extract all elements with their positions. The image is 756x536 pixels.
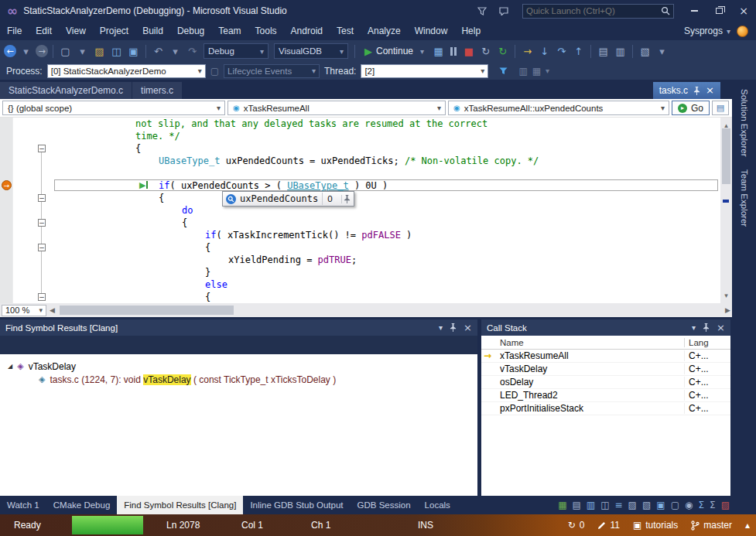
scroll-down-icon[interactable]: ▾ [720,289,732,302]
zoom-dropdown[interactable]: 100 % ▾ [2,305,46,316]
doc-tab-staticstackanalyzerdemo-c[interactable]: StaticStackAnalyzerDemo.c [0,82,132,99]
menu-help[interactable]: Help [454,22,487,40]
process-step-icon[interactable]: ▢ [210,66,219,77]
find-result-item[interactable]: ◈ tasks.c (1224, 7): void vTaskDelay ( c… [0,373,477,386]
save-button[interactable]: ◫ [109,46,124,57]
show-next-statement-button[interactable]: → [520,46,535,57]
menu-team[interactable]: Team [211,22,248,40]
menu-window[interactable]: Window [408,22,455,40]
platform-dropdown[interactable]: VisualGDB▾ [274,43,348,59]
code-line-9[interactable]: −{ [0,217,732,229]
apply-changes-button[interactable]: ↻ [495,46,510,57]
bottom-tab-gdb-session[interactable]: GDB Session [351,496,418,514]
close-icon[interactable]: × [706,87,714,94]
column-header-name[interactable]: Name [500,338,684,347]
scroll-right-icon[interactable]: ▶ [725,306,730,314]
doc-tab-tasks-c[interactable]: tasks.c × [653,82,720,99]
menu-view[interactable]: View [59,22,93,40]
navigate-back-dropdown[interactable]: ▾ [19,46,33,57]
call-stack-frame-xtaskresumeall[interactable]: →xTaskResumeAllC+... [481,350,730,363]
edits-status[interactable]: 11 [597,520,619,531]
menu-analyze[interactable]: Analyze [361,22,408,40]
solution-configuration-dropdown[interactable]: Debug▾ [204,43,269,59]
breakpoints-window-icon[interactable]: ▦ [558,500,566,510]
call-stack-frame-vtaskdelay[interactable]: vTaskDelayC+... [481,363,730,376]
thread-filter-icon[interactable] [499,67,508,75]
code-line-1[interactable]: not slip, and that any delayed tasks are… [0,118,732,130]
code-line-2[interactable]: time. */ [0,130,732,142]
lifecycle-events-dropdown[interactable]: Lifecycle Events ▾ [224,64,320,78]
code-line-3[interactable]: −{ [0,142,732,155]
repository-status[interactable]: ▣ tutorials [633,520,678,531]
column-header-lang[interactable]: Lang [684,338,730,347]
quick-launch-input[interactable] [526,6,661,15]
stop-debugging-button[interactable]: ■ [461,46,476,57]
filter-icon[interactable] [477,7,487,15]
call-stack-frame-led-thread2[interactable]: LED_Thread2C+... [481,389,730,402]
flag-thread-icon[interactable]: ▥ [518,66,527,77]
navigate-forward-button[interactable]: → [36,45,48,57]
menu-tools[interactable]: Tools [248,22,284,40]
menu-debug[interactable]: Debug [170,22,211,40]
menu-file[interactable]: File [0,22,29,40]
step-over-button[interactable]: ↷ [554,46,569,57]
close-icon[interactable]: × [464,324,472,332]
menu-project[interactable]: Project [93,22,135,40]
datatip-value[interactable]: 0 [322,193,337,205]
side-tab-team-explorer[interactable]: Team Explorer [740,169,749,227]
code-line-8[interactable]: do [0,204,732,217]
vertical-scrollbar[interactable]: ▴ ▾ [720,118,732,303]
new-file-dropdown[interactable]: ▾ [75,46,90,57]
close-icon[interactable]: × [717,324,725,332]
scope-dropdown[interactable]: {} (global scope) ▾ [2,101,225,115]
expander-icon[interactable]: ◢ [8,363,12,370]
doc-tab-timers-c[interactable]: timers.c [132,82,182,99]
thread-dropdown[interactable]: [2] ▾ [361,64,488,78]
find-result-root[interactable]: ◢ ◈ vTaskDelay [0,360,477,373]
save-all-button[interactable]: ▣ [126,46,141,57]
bottom-tab-cmake-debug[interactable]: CMake Debug [46,496,118,514]
publish-chevron-icon[interactable]: ▴ [745,520,750,531]
call-stack-frame-osdelay[interactable]: osDelayC+... [481,376,730,389]
show-threads-icon[interactable]: ▦ [532,66,541,77]
process-dropdown[interactable]: [0] StaticStackAnalyzerDemo ▾ [47,64,206,78]
outline-collapse-toggle[interactable]: − [38,219,46,227]
menu-edit[interactable]: Edit [29,22,59,40]
code-line-4[interactable]: UBaseType_t uxPendedCounts = uxPendedTic… [0,155,732,167]
code-line-15[interactable]: −{ [0,291,732,303]
go-button[interactable]: ▸ Go [672,101,710,115]
memory-window-icon[interactable]: ▨ [628,500,637,510]
diagnostic-tools-icon[interactable]: ▦ [431,46,446,57]
horizontal-scrollbar-track[interactable] [58,306,713,315]
code-line-13[interactable]: } [0,266,732,278]
modules-window-icon[interactable]: Σ [710,500,716,510]
call-stack-title-bar[interactable]: Call Stack ▾ × [481,319,730,336]
pin-icon[interactable] [341,195,351,203]
horizontal-scrollbar-thumb[interactable] [60,306,234,315]
error-list-window-icon[interactable]: ▨ [721,500,730,510]
bottom-tab-find-symbol-results-clang[interactable]: Find Symbol Results [Clang] [117,496,243,514]
code-line-6[interactable]: →▶if( uxPendedCounts > ( UBaseType_t ) 0… [0,179,732,192]
disassembly-window-icon[interactable]: ▧ [642,500,651,510]
type-dropdown[interactable]: ◉ xTaskResumeAll ▾ [227,101,446,115]
toolbar-overflow-icon[interactable]: ▾ [546,67,549,75]
scroll-left-icon[interactable]: ◀ [50,306,55,314]
flag-threads-button[interactable]: ▥ [613,46,628,57]
title-bar[interactable]: ∞ StaticStackAnalyzerDemo (Debugging) - … [0,0,756,22]
code-line-10[interactable]: if( xTaskIncrementTick() != pdFALSE ) [0,229,732,241]
watch-window-icon[interactable]: ◫ [600,500,609,510]
close-button[interactable]: × [731,0,756,22]
branch-status[interactable]: master [691,520,732,531]
bottom-tab-inline-gdb-stub-output[interactable]: Inline GDB Stub Output [243,496,350,514]
undo-button[interactable]: ↶ [151,46,166,57]
quick-launch-box[interactable] [522,4,674,19]
step-into-button[interactable]: ↓ [537,46,552,57]
call-stack-body[interactable]: NameLang →xTaskResumeAllC+...vTaskDelayC… [481,336,730,496]
horizontal-scrollbar[interactable]: 100 % ▾ ◀ ▶ [0,303,732,317]
redo-button[interactable]: ↷ [185,46,200,57]
call-stack-window-icon[interactable]: ≡ [615,500,623,510]
code-line-11[interactable]: −{ [0,241,732,254]
outline-collapse-toggle[interactable]: − [38,194,46,202]
find-results-list[interactable]: ◢ ◈ vTaskDelay ◈ tasks.c (1224, 7): void… [0,354,477,496]
menu-android[interactable]: Android [284,22,330,40]
